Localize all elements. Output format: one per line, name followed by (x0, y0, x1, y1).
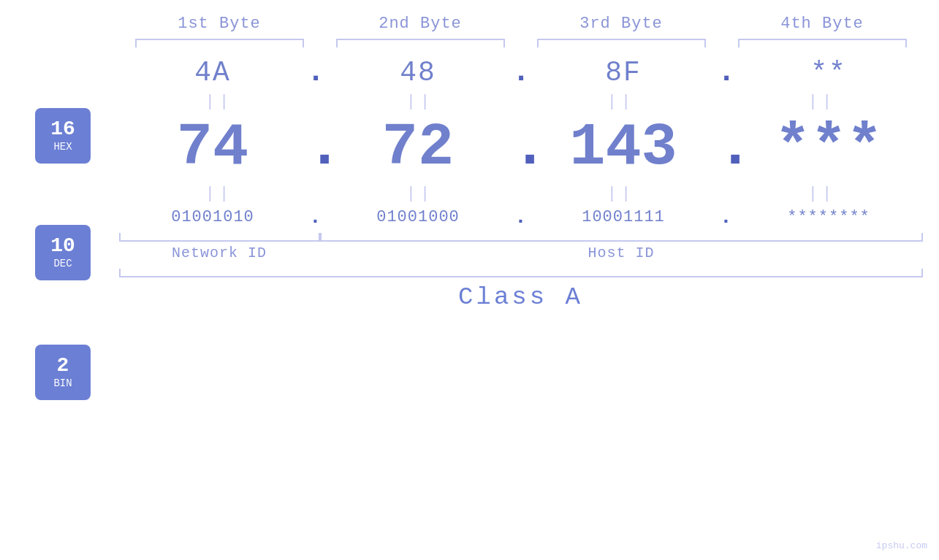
dec-dot-1: . (307, 114, 324, 182)
eq-2-b3: || (521, 185, 722, 203)
class-label: Class A (119, 283, 923, 311)
column-headers: 1st Byte 2nd Byte 3rd Byte 4th Byte (119, 15, 923, 33)
top-brackets (119, 39, 923, 47)
bin-dot-2: . (512, 206, 530, 229)
bin-badge: 2 BIN (35, 345, 91, 400)
host-id-label: Host ID (320, 245, 923, 261)
eq-1-b3: || (521, 93, 722, 111)
hex-values-row: 4A . 48 . 8F . ** (0, 55, 939, 90)
dec-badge-label: DEC (53, 258, 72, 269)
eq-2-b4: || (722, 185, 923, 203)
equals-row-2: || || || || (119, 185, 923, 203)
bin-dot-3: . (718, 206, 735, 229)
bracket-4 (722, 39, 923, 47)
eq-1-b1: || (119, 93, 320, 111)
dec-values-inner: 74 . 72 . 143 . *** (119, 114, 923, 182)
id-labels: Network ID Host ID (119, 245, 923, 261)
col-header-1: 1st Byte (119, 15, 320, 33)
bin-byte-4: ******** (735, 208, 923, 226)
bracket-line-1 (135, 39, 304, 47)
bracket-2 (320, 39, 521, 47)
main-container: 16 HEX 10 DEC 2 BIN 1st Byte 2nd Byte 3r… (0, 0, 939, 560)
bin-byte-2: 01001000 (324, 208, 512, 226)
dec-values-row: 74 . 72 . 143 . *** (0, 114, 939, 182)
bin-byte-3: 10001111 (530, 208, 718, 226)
hex-byte-4: ** (735, 57, 923, 88)
dec-badge-number: 10 (50, 236, 75, 256)
bracket-1 (119, 39, 320, 47)
eq-2-b1: || (119, 185, 320, 203)
col-header-2: 2nd Byte (320, 15, 521, 33)
bin-values-row: 01001010 . 01001000 . 10001111 . *******… (0, 206, 939, 229)
bracket-line-4 (738, 39, 907, 47)
hex-dot-3: . (718, 55, 735, 90)
hex-dot-1: . (307, 55, 324, 90)
watermark: ipshu.com (876, 540, 927, 551)
dec-byte-1: 74 (119, 114, 307, 182)
bin-values-inner: 01001010 . 01001000 . 10001111 . *******… (119, 206, 923, 229)
network-id-label: Network ID (119, 245, 320, 261)
dec-dot-3: . (718, 114, 735, 182)
hex-byte-3: 8F (530, 57, 718, 88)
dec-byte-4: *** (735, 114, 923, 182)
equals-row-1: || || || || (119, 93, 923, 111)
col-header-4: 4th Byte (722, 15, 923, 33)
hex-values-inner: 4A . 48 . 8F . ** (119, 55, 923, 90)
hex-badge-label: HEX (53, 141, 72, 153)
dec-badge: 10 DEC (35, 225, 91, 280)
bin-dot-1: . (307, 206, 324, 229)
dec-byte-3: 143 (530, 114, 718, 182)
class-bracket (119, 269, 923, 277)
bin-byte-1: 01001010 (119, 208, 307, 226)
class-section: Class A (119, 269, 923, 311)
bracket-3 (521, 39, 722, 47)
eq-2-b2: || (320, 185, 521, 203)
eq-1-b4: || (722, 93, 923, 111)
bottom-brackets (119, 233, 923, 242)
bracket-line-2 (336, 39, 505, 47)
col-header-3: 3rd Byte (521, 15, 722, 33)
hex-byte-1: 4A (119, 57, 307, 88)
hex-badge-number: 16 (50, 119, 75, 139)
bottom-bracket-host (320, 233, 923, 242)
hex-badge: 16 HEX (35, 108, 91, 164)
eq-1-b2: || (320, 93, 521, 111)
dec-byte-2: 72 (324, 114, 512, 182)
bottom-bracket-network (119, 233, 320, 242)
bin-badge-number: 2 (57, 356, 69, 376)
hex-dot-2: . (512, 55, 530, 90)
bracket-line-3 (537, 39, 706, 47)
bin-badge-label: BIN (53, 377, 72, 389)
hex-byte-2: 48 (324, 57, 512, 88)
dec-dot-2: . (512, 114, 530, 182)
